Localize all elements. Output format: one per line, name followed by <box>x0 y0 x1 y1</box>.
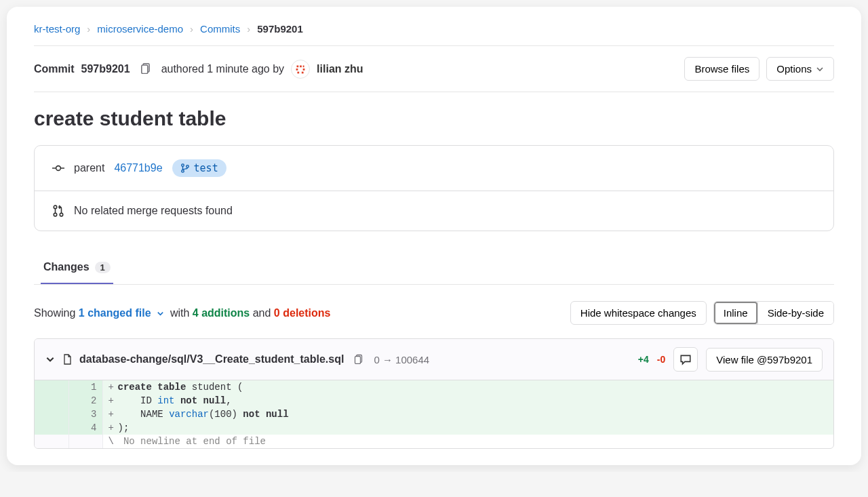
diff-line[interactable]: 2 + ID int not null, <box>35 394 833 407</box>
inline-view-button[interactable]: Inline <box>714 302 757 324</box>
identicon-icon <box>293 62 308 77</box>
chevron-right-icon: › <box>247 23 250 35</box>
svg-rect-9 <box>302 71 304 73</box>
chevron-right-icon: › <box>190 23 193 35</box>
svg-rect-3 <box>297 65 299 67</box>
copy-sha-button[interactable] <box>137 59 155 79</box>
diff-line[interactable]: 1 +create table student ( <box>35 380 833 394</box>
tab-changes[interactable]: Changes 1 <box>41 253 113 284</box>
tabs: Changes 1 <box>34 253 834 285</box>
branch-icon <box>180 163 190 173</box>
diff-line[interactable]: 4 +); <box>35 421 833 435</box>
merge-request-icon <box>52 205 64 217</box>
svg-point-13 <box>181 164 184 167</box>
file-deletions: -0 <box>657 354 665 365</box>
side-by-side-view-button[interactable]: Side-by-side <box>757 302 833 324</box>
svg-rect-4 <box>300 65 302 67</box>
branch-name: test <box>194 162 218 174</box>
deletions-count: 0 deletions <box>274 307 331 319</box>
breadcrumb-item-repo[interactable]: microservice-demo <box>97 23 183 35</box>
svg-rect-8 <box>298 71 300 73</box>
svg-rect-5 <box>303 65 304 67</box>
tab-changes-label: Changes <box>43 261 90 273</box>
breadcrumb-item-commits[interactable]: Commits <box>200 23 240 35</box>
svg-point-10 <box>56 166 61 171</box>
svg-point-18 <box>60 213 63 216</box>
svg-rect-6 <box>296 68 298 71</box>
commit-label: Commit <box>34 63 75 75</box>
options-button[interactable]: Options <box>766 57 834 81</box>
authored-text: authored 1 minute ago by <box>161 63 284 75</box>
commit-short-sha: 597b9201 <box>81 63 130 75</box>
author-link[interactable]: lilian zhu <box>317 63 363 75</box>
chevron-down-icon <box>157 310 164 317</box>
svg-point-17 <box>54 213 57 216</box>
changed-files-dropdown[interactable]: 1 changed file <box>79 307 167 319</box>
svg-point-15 <box>186 165 189 168</box>
file-mode: 0 → 100644 <box>374 354 429 365</box>
svg-point-16 <box>54 205 57 209</box>
branch-pill[interactable]: test <box>172 159 226 177</box>
chevron-down-icon <box>816 65 824 73</box>
comment-icon <box>679 353 692 365</box>
clipboard-icon <box>140 62 152 74</box>
svg-rect-20 <box>355 356 361 363</box>
diff-view-toggle: Inline Side-by-side <box>713 301 834 325</box>
no-merge-requests-text: No related merge requests found <box>74 205 233 217</box>
parent-sha-link[interactable]: 46771b9e <box>114 162 162 174</box>
avatar[interactable] <box>291 60 310 79</box>
hide-whitespace-button[interactable]: Hide whitespace changes <box>570 301 707 325</box>
file-icon <box>62 354 73 365</box>
changes-count-badge: 1 <box>95 262 111 273</box>
svg-rect-7 <box>303 68 305 71</box>
browse-files-button[interactable]: Browse files <box>684 57 760 81</box>
additions-count: 4 additions <box>193 307 250 319</box>
breadcrumb: kr-test-org › microservice-demo › Commit… <box>34 23 834 46</box>
diff-table: 1 +create table student ( 2 + ID int not… <box>35 380 833 448</box>
commit-info-box: parent 46771b9e test No related merge re… <box>34 145 834 231</box>
commit-icon <box>52 162 64 174</box>
options-label: Options <box>776 63 812 75</box>
breadcrumb-current: 597b9201 <box>257 23 303 35</box>
copy-file-path-button[interactable] <box>351 351 367 369</box>
changes-summary: Showing 1 changed file with 4 additions … <box>34 307 330 319</box>
file-additions: +4 <box>638 354 649 365</box>
view-file-button[interactable]: View file @597b9201 <box>706 348 823 372</box>
parent-label: parent <box>74 162 104 174</box>
diff-line[interactable]: 3 + NAME varchar(100) not null <box>35 407 833 421</box>
commit-title: create student table <box>34 107 834 130</box>
svg-rect-1 <box>141 65 147 73</box>
breadcrumb-item-org[interactable]: kr-test-org <box>34 23 80 35</box>
file-diff-card: database-change/sql/V3__Create_student_t… <box>34 338 834 449</box>
diff-no-newline: \ No newline at end of file <box>35 435 833 448</box>
svg-point-14 <box>181 170 184 173</box>
toggle-comments-button[interactable] <box>673 347 698 372</box>
file-path[interactable]: database-change/sql/V3__Create_student_t… <box>79 353 344 365</box>
chevron-right-icon: › <box>87 23 90 35</box>
chevron-down-icon[interactable] <box>45 355 55 364</box>
clipboard-icon <box>353 353 364 364</box>
